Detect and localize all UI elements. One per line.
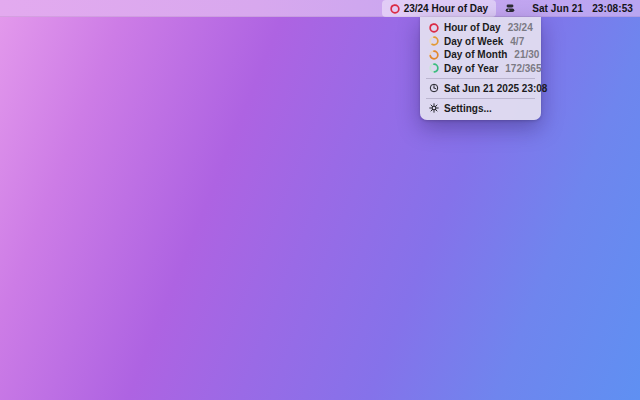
menubar-item-label: 23/24 Hour of Day <box>404 3 488 14</box>
progress-ring-icon <box>429 63 439 73</box>
menu-item-hour-of-day[interactable]: Hour of Day 23/24 <box>420 21 541 35</box>
menu-separator <box>426 98 535 99</box>
menu-separator <box>426 78 535 79</box>
menu-bar-right-cluster: 23/24 Hour of Day Sat Jun 21 23:08:53 <box>382 0 640 17</box>
progress-ring-icon <box>429 23 439 33</box>
menu-item-value: 21/30 <box>514 49 539 60</box>
menu-item-day-of-week[interactable]: Day of Week 4/7 <box>420 35 541 49</box>
menubar-item-hour-of-day[interactable]: 23/24 Hour of Day <box>382 0 496 17</box>
menu-item-day-of-month[interactable]: Day of Month 21/30 <box>420 48 541 62</box>
menu-item-label: Settings... <box>444 103 492 114</box>
menu-item-label: Sat Jun 21 2025 23:08 <box>444 83 547 94</box>
menu-item-value: 172/365 <box>505 63 541 74</box>
progress-ring-icon <box>429 50 439 60</box>
menu-bar: 23/24 Hour of Day Sat Jun 21 23:08:53 <box>0 0 640 17</box>
progress-ring-icon <box>390 4 400 14</box>
menubar-item-stacks[interactable] <box>496 0 524 17</box>
menu-item-label: Day of Year <box>444 63 498 74</box>
menu-item-settings[interactable]: Settings... <box>420 101 541 115</box>
menu-item-datetime[interactable]: Sat Jun 21 2025 23:08 <box>420 81 541 95</box>
gear-icon <box>429 103 439 113</box>
clock-time: 23:08:53 <box>592 3 633 14</box>
menubar-clock[interactable]: Sat Jun 21 23:08:53 <box>524 0 640 17</box>
menu-item-value: 4/7 <box>510 36 524 47</box>
progress-ring-icon <box>429 36 439 46</box>
clock-date: Sat Jun 21 <box>532 3 583 14</box>
menu-item-label: Day of Week <box>444 36 503 47</box>
menu-item-day-of-year[interactable]: Day of Year 172/365 <box>420 62 541 76</box>
hour-of-day-dropdown-menu: Hour of Day 23/24 Day of Week 4/7 Day of… <box>420 17 541 120</box>
menu-item-label: Day of Month <box>444 49 507 60</box>
menu-item-value: 23/24 <box>508 22 533 33</box>
clock-icon <box>429 83 439 93</box>
menu-item-label: Hour of Day <box>444 22 501 33</box>
stacked-discs-icon <box>504 3 516 14</box>
